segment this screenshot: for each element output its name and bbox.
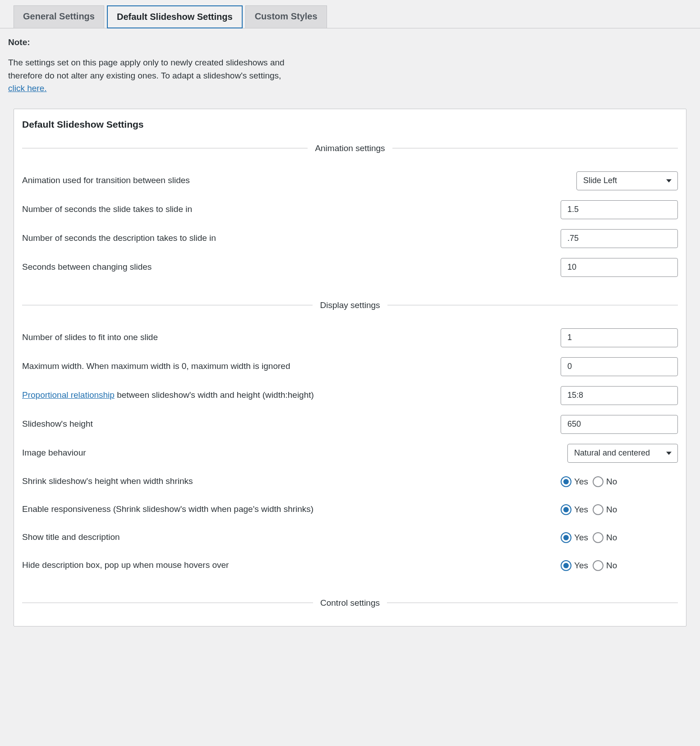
row-between-seconds: Seconds between changing slides xyxy=(14,258,686,277)
radio-responsiveness-no[interactable]: No xyxy=(593,504,617,515)
radio-group-responsiveness: Yes No xyxy=(561,504,678,515)
select-image-behaviour[interactable]: Natural and centered xyxy=(567,444,678,463)
radio-shrink-height-no[interactable]: No xyxy=(593,476,617,487)
section-animation-label: Animation settings xyxy=(308,143,392,153)
row-shrink-height: Shrink slideshow's height when width shr… xyxy=(14,473,686,491)
link-proportional-relationship[interactable]: Proportional relationship xyxy=(22,390,115,400)
radio-icon xyxy=(561,532,571,543)
radio-hide-desc-no[interactable]: No xyxy=(593,560,617,571)
label-image-behaviour: Image behaviour xyxy=(22,447,567,459)
radio-responsiveness-yes[interactable]: Yes xyxy=(561,504,588,515)
label-num-slides: Number of slides to fit into one slide xyxy=(22,332,561,344)
radio-no-label: No xyxy=(606,533,617,543)
radio-hide-desc-yes[interactable]: Yes xyxy=(561,560,588,571)
radio-icon xyxy=(593,532,603,543)
radio-yes-label: Yes xyxy=(574,561,588,571)
select-animation-transition[interactable]: Slide Left xyxy=(576,171,678,190)
radio-icon xyxy=(561,504,571,515)
panel-title: Default Slideshow Settings xyxy=(14,109,686,143)
row-desc-seconds: Number of seconds the description takes … xyxy=(14,229,686,248)
radio-no-label: No xyxy=(606,477,617,487)
input-slide-seconds[interactable] xyxy=(561,200,678,219)
select-animation-transition-value: Slide Left xyxy=(576,171,678,190)
radio-no-label: No xyxy=(606,561,617,571)
row-proportional: Proportional relationship between slides… xyxy=(14,386,686,405)
section-control-header: Control settings xyxy=(22,598,678,608)
label-proportional-rest: between slideshow's width and height (wi… xyxy=(115,390,314,400)
radio-shrink-height-yes[interactable]: Yes xyxy=(561,476,588,487)
label-height: Slideshow's height xyxy=(22,418,561,430)
label-desc-seconds: Number of seconds the description takes … xyxy=(22,232,561,244)
row-num-slides: Number of slides to fit into one slide xyxy=(14,328,686,347)
row-hide-desc: Hide description box, pop up when mouse … xyxy=(14,557,686,575)
radio-show-title-yes[interactable]: Yes xyxy=(561,532,588,543)
note-section: Note: The settings set on this page appl… xyxy=(0,28,307,109)
section-display-header: Display settings xyxy=(22,300,678,310)
tab-default-slideshow-settings[interactable]: Default Slideshow Settings xyxy=(107,5,243,28)
section-display-label: Display settings xyxy=(313,300,387,310)
radio-icon xyxy=(593,560,603,571)
row-height: Slideshow's height xyxy=(14,415,686,434)
input-height[interactable] xyxy=(561,415,678,434)
label-hide-desc: Hide description box, pop up when mouse … xyxy=(22,559,561,571)
tab-custom-styles[interactable]: Custom Styles xyxy=(245,5,327,28)
radio-icon xyxy=(561,476,571,487)
radio-yes-label: Yes xyxy=(574,505,588,515)
settings-panel: Default Slideshow Settings Animation set… xyxy=(14,109,686,626)
radio-group-shrink-height: Yes No xyxy=(561,476,678,487)
tab-general-settings[interactable]: General Settings xyxy=(14,5,104,28)
label-proportional: Proportional relationship between slides… xyxy=(22,389,561,401)
row-show-title: Show title and description Yes No xyxy=(14,529,686,547)
row-responsiveness: Enable responsiveness (Shrink slideshow'… xyxy=(14,501,686,519)
input-desc-seconds[interactable] xyxy=(561,229,678,248)
row-max-width: Maximum width. When maximum width is 0, … xyxy=(14,357,686,376)
label-shrink-height: Shrink slideshow's height when width shr… xyxy=(22,475,561,488)
input-proportional[interactable] xyxy=(561,386,678,405)
label-show-title: Show title and description xyxy=(22,531,561,543)
radio-icon xyxy=(593,476,603,487)
radio-show-title-no[interactable]: No xyxy=(593,532,617,543)
section-animation-header: Animation settings xyxy=(22,143,678,153)
radio-no-label: No xyxy=(606,505,617,515)
label-animation-transition: Animation used for transition between sl… xyxy=(22,175,576,187)
input-num-slides[interactable] xyxy=(561,328,678,347)
section-control-label: Control settings xyxy=(313,598,387,608)
row-image-behaviour: Image behaviour Natural and centered xyxy=(14,444,686,463)
input-between-seconds[interactable] xyxy=(561,258,678,277)
note-body: The settings set on this page apply only… xyxy=(8,58,285,80)
radio-group-hide-desc: Yes No xyxy=(561,560,678,571)
row-animation-transition: Animation used for transition between sl… xyxy=(14,171,686,190)
label-responsiveness: Enable responsiveness (Shrink slideshow'… xyxy=(22,503,561,516)
row-slide-seconds: Number of seconds the slide takes to sli… xyxy=(14,200,686,219)
tab-bar: General Settings Default Slideshow Setti… xyxy=(0,0,700,28)
input-max-width[interactable] xyxy=(561,357,678,376)
radio-yes-label: Yes xyxy=(574,477,588,487)
note-text: The settings set on this page apply only… xyxy=(8,56,299,95)
note-link[interactable]: click here. xyxy=(8,83,47,93)
note-label: Note: xyxy=(8,37,299,47)
label-between-seconds: Seconds between changing slides xyxy=(22,261,561,273)
select-image-behaviour-value: Natural and centered xyxy=(567,444,678,463)
radio-group-show-title: Yes No xyxy=(561,532,678,543)
radio-yes-label: Yes xyxy=(574,533,588,543)
label-slide-seconds: Number of seconds the slide takes to sli… xyxy=(22,203,561,216)
radio-icon xyxy=(561,560,571,571)
label-max-width: Maximum width. When maximum width is 0, … xyxy=(22,360,561,373)
radio-icon xyxy=(593,504,603,515)
